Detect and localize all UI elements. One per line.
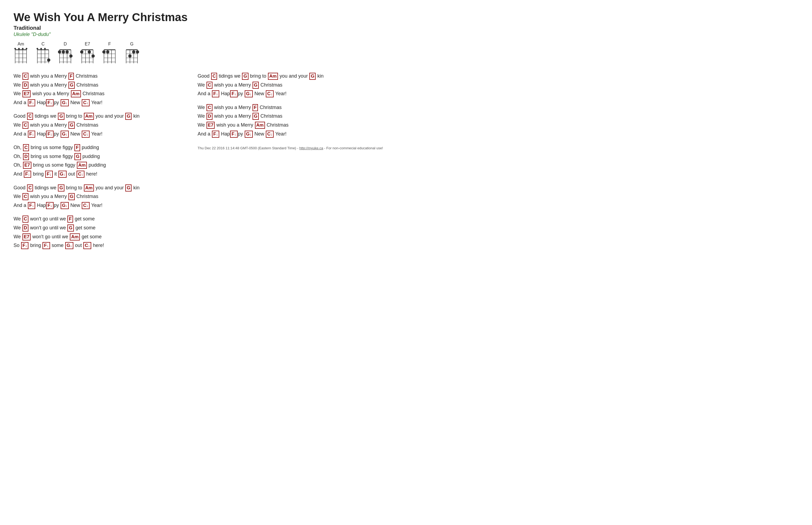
chord-c-inline: C <box>27 184 33 192</box>
svg-point-23 <box>44 48 46 49</box>
svg-point-34 <box>62 50 65 54</box>
svg-point-45 <box>80 50 83 54</box>
lyric-line: So F bring F some G out C here! <box>14 241 182 250</box>
lyric-line: We C won't go until we F get some <box>14 215 182 223</box>
lyric-line: And a F HapFpy G New C Year! <box>14 130 182 138</box>
chord-g-inline: G <box>68 225 74 231</box>
chord-f-inline: F <box>74 144 80 151</box>
lyric-line: We E7 won't go until we Am get some <box>14 232 182 241</box>
chord-f-down: F <box>212 90 219 97</box>
svg-point-47 <box>91 54 95 58</box>
chord-f-down: F <box>28 131 35 138</box>
chord-c-inline: C <box>23 122 28 129</box>
chord-g: G <box>125 42 139 64</box>
chord-f-down2: F <box>45 171 53 178</box>
chord-c-inline: C <box>206 104 213 111</box>
chord-am-inline: Am <box>71 90 81 97</box>
tuning-label: Ukulele "D-dudu" <box>14 32 798 37</box>
chord-e7-inline: E7 <box>23 90 31 97</box>
chord-g-down: G <box>61 202 69 209</box>
chord-am-inline: Am <box>77 162 87 169</box>
chord-f-down2: F <box>230 90 237 97</box>
chord-g-inline: G <box>69 82 75 89</box>
chord-f-down: F <box>28 202 35 209</box>
chord-f-down2: F <box>46 202 53 209</box>
svg-point-33 <box>58 50 61 54</box>
chord-c: C <box>36 42 50 64</box>
chord-c-inline: C <box>211 73 217 80</box>
chord-c-down: C <box>266 131 274 138</box>
left-column: We C wish you a Merry F Christmas We D w… <box>14 72 182 255</box>
chord-f-down: F <box>212 131 219 138</box>
svg-point-35 <box>66 50 69 54</box>
chord-f-down2: F <box>46 131 53 138</box>
chord-am-inline: Am <box>70 234 80 240</box>
chord-g-inline: G <box>58 184 64 192</box>
chord-f: F <box>102 42 117 64</box>
chord-c-inline: C <box>23 193 28 200</box>
chord-f-inline: F <box>252 104 258 111</box>
chord-g-inline: G <box>252 82 259 89</box>
lyric-line: And a F HapFpy G New C Year! <box>14 201 182 210</box>
chord-f-down2: F <box>46 99 53 106</box>
footer-link[interactable]: http://myuke.ca <box>299 146 323 150</box>
svg-point-12 <box>26 48 27 49</box>
chord-d: D <box>58 42 73 64</box>
verse-2: Good C tidings we G bring to Am you and … <box>14 112 182 138</box>
lyric-line: We C wish you a Merry G Christmas <box>14 192 182 201</box>
page-title: We Wish You A Merry Christmas Traditiona… <box>14 11 798 37</box>
right-verse-2: We C wish you a Merry F Christmas We D w… <box>198 103 798 138</box>
chord-g-inline: G <box>125 184 132 192</box>
chord-g-inline: G <box>69 193 75 200</box>
chord-c-inline: C <box>23 144 29 151</box>
lyric-line: Oh, C bring us some figgy F pudding <box>14 144 182 152</box>
chord-g-inline: G <box>69 122 75 129</box>
svg-point-9 <box>14 48 16 49</box>
lyric-line: We D won't go until we G get some <box>14 224 182 232</box>
chord-c-inline: C <box>27 113 33 120</box>
chord-c-inline: C <box>206 82 213 89</box>
lyric-line: We C wish you a Merry G Christmas <box>198 81 798 89</box>
lyric-line: We C wish you a Merry G Christmas <box>14 121 182 129</box>
chord-am-inline: Am <box>84 184 94 192</box>
content-area: We C wish you a Merry F Christmas We D w… <box>14 72 798 255</box>
svg-point-11 <box>22 48 24 49</box>
chord-c-down: C <box>82 131 90 138</box>
chord-e7: E7 <box>80 42 95 64</box>
lyric-line: Good C tidings we G bring to Am you and … <box>14 184 182 192</box>
svg-point-56 <box>102 50 105 54</box>
svg-point-67 <box>132 50 135 54</box>
lyric-line: Oh, D bring us some figgy G pudding <box>14 152 182 161</box>
svg-point-21 <box>37 48 38 49</box>
lyric-line: And a F HapFpy G New C Year! <box>198 90 798 98</box>
lyric-line: We C wish you a Merry F Christmas <box>14 72 182 80</box>
chord-am-inline: Am <box>268 73 278 80</box>
verse-4: Good C tidings we G bring to Am you and … <box>14 184 182 210</box>
chord-f-down: F <box>21 242 28 249</box>
chord-g-inline: G <box>74 153 81 160</box>
lyric-line: We E7 wish you a Merry Am Christmas <box>14 90 182 98</box>
chord-g-down: G <box>58 171 67 178</box>
svg-point-68 <box>136 50 139 54</box>
svg-point-24 <box>47 58 50 62</box>
chord-f-inline: F <box>68 215 73 223</box>
lyric-line: We E7 wish you a Merry Am Christmas <box>198 121 798 129</box>
chord-e7-inline: E7 <box>23 162 31 169</box>
chord-f-down: F <box>28 99 35 106</box>
svg-point-46 <box>88 50 91 54</box>
right-column: Good C tidings we G bring to Am you and … <box>198 72 798 255</box>
lyric-line: We D wish you a Merry G Christmas <box>14 81 182 89</box>
chord-g-inline: G <box>125 113 132 120</box>
svg-point-57 <box>106 50 110 54</box>
lyric-line: And a F HapFpy G New C Year! <box>198 130 798 138</box>
chord-f-inline: F <box>69 73 74 80</box>
lyric-line: Good C tidings we G bring to Am you and … <box>198 72 798 80</box>
lyric-line: We C wish you a Merry F Christmas <box>198 103 798 112</box>
chord-g-down: G <box>245 90 253 97</box>
chord-d-inline: D <box>23 225 28 231</box>
chord-g-inline: G <box>242 73 248 80</box>
song-subtitle: Traditional <box>14 25 798 31</box>
lyric-line: We D wish you a Merry G Christmas <box>198 112 798 120</box>
chord-f-down2: F <box>43 242 50 249</box>
svg-point-22 <box>40 48 42 49</box>
